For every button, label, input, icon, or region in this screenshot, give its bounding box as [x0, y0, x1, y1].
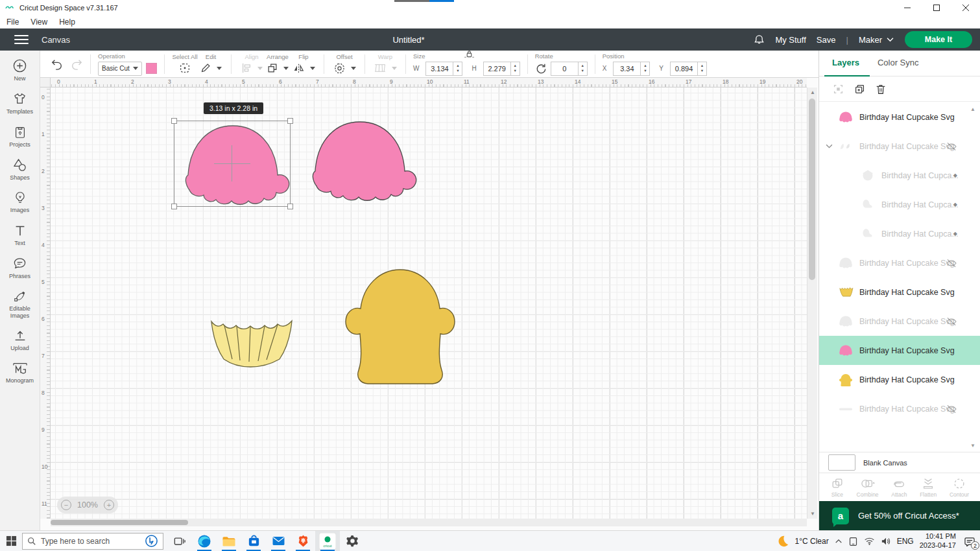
- sidebar-item-shapes[interactable]: Shapes: [1, 158, 40, 181]
- tray-expand-icon[interactable]: [835, 539, 843, 544]
- taskbar-app-cricut[interactable]: cricut: [315, 531, 340, 551]
- layer-row[interactable]: Birthday Hat Cupca...◆: [819, 190, 980, 219]
- taskbar-search[interactable]: Type here to search: [22, 533, 163, 550]
- document-title[interactable]: Untitled*: [363, 35, 454, 45]
- menu-item-file[interactable]: File: [6, 18, 19, 27]
- rotate-input[interactable]: 0: [551, 62, 578, 76]
- sidebar-item-text[interactable]: Text: [1, 224, 40, 246]
- position-x-input[interactable]: 3.34: [613, 62, 640, 76]
- start-button[interactable]: [0, 531, 22, 551]
- color-swatch[interactable]: [146, 63, 157, 74]
- taskbar-app-brave[interactable]: [291, 531, 315, 551]
- delete-button[interactable]: [875, 83, 887, 95]
- weather-text[interactable]: 1°C Clear: [795, 537, 829, 546]
- cricut-access-banner[interactable]: a Get 50% off Cricut Access*: [819, 501, 980, 530]
- menu-item-view[interactable]: View: [30, 18, 47, 27]
- resize-handle-sw[interactable]: [171, 204, 177, 209]
- hamburger-menu-icon[interactable]: [14, 35, 29, 44]
- minimize-button[interactable]: [892, 0, 922, 16]
- vertical-scroll-thumb[interactable]: [809, 99, 815, 280]
- layer-row[interactable]: Birthday Hat Cupcake Svg: [819, 394, 980, 423]
- volume-icon[interactable]: [881, 537, 891, 546]
- layer-row[interactable]: Birthday Hat Cupcake Svg: [819, 336, 980, 365]
- layer-row[interactable]: Birthday Hat Cupcake Svg: [819, 248, 980, 277]
- layer-group-chevron-icon[interactable]: [826, 144, 833, 148]
- close-button[interactable]: [951, 0, 980, 16]
- my-stuff-link[interactable]: My Stuff: [775, 35, 806, 45]
- layer-row[interactable]: Birthday Hat Cupcake Svg: [819, 277, 980, 307]
- rotate-icon[interactable]: [535, 63, 547, 75]
- layer-row[interactable]: Birthday Hat Cupcake Svg: [819, 307, 980, 336]
- flip-button[interactable]: Flip: [291, 53, 317, 75]
- sidebar-item-images[interactable]: Images: [1, 191, 40, 213]
- canvas-color-swatch[interactable]: [828, 454, 855, 471]
- bell-icon[interactable]: [754, 34, 765, 45]
- pink-cupcake-top[interactable]: [302, 117, 418, 204]
- sidebar-item-monogram[interactable]: Monogram: [1, 361, 40, 384]
- selection-bounding-box[interactable]: [174, 121, 291, 207]
- height-input[interactable]: 2.279: [483, 62, 510, 76]
- width-stepper[interactable]: ▲▼: [453, 62, 462, 76]
- sidebar-item-new[interactable]: New: [1, 58, 40, 82]
- sidebar-item-projects[interactable]: Projects: [1, 125, 40, 148]
- height-stepper[interactable]: ▲▼: [510, 62, 520, 76]
- taskbar-app-mail[interactable]: [266, 531, 291, 551]
- taskbar-app-task-view[interactable]: [167, 531, 192, 551]
- zoom-out-button[interactable]: −: [61, 500, 71, 510]
- yellow-cupcake-wrapper[interactable]: [206, 318, 297, 371]
- resize-handle-se[interactable]: [287, 204, 293, 209]
- wifi-icon[interactable]: [864, 537, 875, 546]
- taskbar-app-edge[interactable]: [192, 531, 217, 551]
- x-stepper[interactable]: ▲▼: [640, 62, 650, 76]
- tab-layers[interactable]: Layers: [832, 58, 859, 69]
- duplicate-button[interactable]: [854, 83, 866, 95]
- select-all-button[interactable]: Select All: [172, 53, 198, 75]
- clock[interactable]: 10:41 PM 2023-04-17: [920, 532, 956, 550]
- taskbar-app-settings[interactable]: [340, 531, 365, 551]
- make-it-button[interactable]: Make It: [905, 31, 972, 48]
- tab-color-sync[interactable]: Color Sync: [878, 58, 919, 69]
- layer-hidden-eye-icon[interactable]: [946, 142, 957, 151]
- taskbar-app-file-explorer[interactable]: [217, 531, 241, 551]
- list-scroll-down[interactable]: ▼: [970, 443, 975, 449]
- lock-icon[interactable]: [464, 50, 475, 58]
- machine-selector[interactable]: Maker: [859, 35, 894, 45]
- operation-select[interactable]: Basic Cut: [98, 62, 142, 76]
- maximize-button[interactable]: [922, 0, 951, 16]
- weather-moon-icon[interactable]: [776, 535, 789, 548]
- resize-handle-nw[interactable]: [171, 118, 177, 124]
- notification-center[interactable]: 2: [962, 533, 977, 549]
- language-indicator[interactable]: ENG: [897, 537, 914, 546]
- width-input[interactable]: 3.134: [425, 62, 453, 76]
- horizontal-scroll-thumb[interactable]: [51, 520, 188, 525]
- layer-row[interactable]: Birthday Hat Cupcake Svg: [819, 132, 980, 161]
- edit-button[interactable]: Edit: [198, 53, 224, 75]
- menu-item-help[interactable]: Help: [59, 18, 75, 27]
- layer-row[interactable]: Birthday Hat Cupcake Svg: [819, 365, 980, 394]
- sidebar-item-phrases[interactable]: Phrases: [1, 256, 40, 279]
- layer-row[interactable]: Birthday Hat Cupcake Svg: [819, 102, 980, 132]
- blank-canvas-row[interactable]: Blank Canvas: [819, 452, 980, 473]
- taskbar-app-store[interactable]: [241, 531, 266, 551]
- resize-handle-ne[interactable]: [287, 118, 293, 124]
- layer-hidden-eye-icon[interactable]: [946, 317, 957, 326]
- sidebar-item-editable-images[interactable]: Editable Images: [1, 289, 40, 319]
- layer-hidden-eye-icon[interactable]: [946, 404, 957, 414]
- redo-button[interactable]: [70, 58, 83, 70]
- sidebar-item-upload[interactable]: Upload: [1, 329, 40, 351]
- bing-icon[interactable]: [145, 534, 158, 548]
- rotate-stepper[interactable]: ▲▼: [578, 62, 588, 76]
- layer-row[interactable]: Birthday Hat Cupca...◆: [819, 161, 980, 190]
- position-y-input[interactable]: 0.894: [670, 62, 697, 76]
- save-link[interactable]: Save: [817, 35, 836, 45]
- undo-button[interactable]: [51, 58, 64, 70]
- layer-hidden-eye-icon[interactable]: [946, 259, 957, 268]
- offset-button[interactable]: Offset: [331, 53, 357, 75]
- tablet-icon[interactable]: [848, 537, 858, 546]
- layer-row[interactable]: Birthday Hat Cupca...◆: [819, 219, 980, 248]
- yellow-cupcake-base[interactable]: [342, 264, 458, 388]
- zoom-in-button[interactable]: +: [104, 500, 114, 510]
- sidebar-item-templates[interactable]: Templates: [1, 91, 40, 115]
- arrange-button[interactable]: Arrange: [265, 53, 291, 75]
- y-stepper[interactable]: ▲▼: [697, 62, 707, 76]
